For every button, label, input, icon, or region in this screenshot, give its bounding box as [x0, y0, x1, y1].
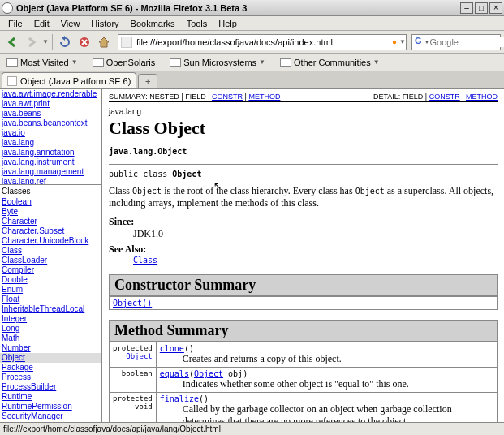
page-favicon	[121, 37, 132, 48]
seealso-link[interactable]: Class	[133, 256, 498, 265]
class-list-frame[interactable]: ClassesBooleanByteCharacterCharacter.Sub…	[0, 185, 101, 422]
since-label: Since:	[109, 216, 498, 228]
package-link[interactable]: java.lang.annotation	[0, 148, 101, 157]
nav-toolbar: ▼ ● ▼ G ▼ 🔍	[0, 31, 504, 54]
detail-method-link[interactable]: METHOD	[466, 93, 498, 101]
tab-strip: Object (Java Platform SE 6) +	[0, 71, 504, 89]
chevron-down-icon: ▼	[373, 58, 380, 66]
class-link[interactable]: Short	[0, 421, 101, 422]
method-modifier: protected Object	[110, 342, 157, 368]
class-description: Class Object is the root of the class hi…	[109, 185, 498, 209]
class-link[interactable]: Class	[0, 246, 101, 256]
method-link[interactable]: equals	[160, 369, 189, 378]
class-link[interactable]: SecurityManager	[0, 411, 101, 421]
package-list-frame[interactable]: java.awt.image.renderablejava.awt.printj…	[0, 89, 101, 185]
maximize-button[interactable]: □	[475, 2, 488, 14]
package-link[interactable]: java.lang	[0, 138, 101, 148]
class-detail-frame[interactable]: SUMMARY: NESTED | FIELD | CONSTR | METHO…	[102, 89, 504, 422]
search-engine-icon[interactable]: G	[415, 36, 422, 49]
constructor-summary-title: Constructor Summary	[109, 274, 498, 296]
forward-button[interactable]	[23, 33, 41, 51]
back-button[interactable]	[3, 33, 21, 51]
class-link[interactable]: InheritableThreadLocal	[0, 304, 101, 314]
summary-constr-link[interactable]: CONSTR	[212, 93, 243, 101]
summary-method-link[interactable]: METHOD	[248, 93, 280, 101]
search-engine-dropdown-icon[interactable]: ▼	[424, 39, 430, 45]
since-value: JDK1.0	[133, 228, 498, 240]
seealso-label: See Also:	[109, 243, 498, 256]
menu-tools[interactable]: Tools	[182, 18, 213, 29]
package-link[interactable]: java.lang.instrument	[0, 157, 101, 167]
class-link[interactable]: ProcessBuilder	[0, 382, 101, 392]
window-title: Object (Java Platform SE 6) - Mozilla Fi…	[16, 3, 247, 13]
bookmark-other[interactable]: Other Communities▼	[277, 57, 383, 68]
class-link[interactable]: Package	[0, 363, 101, 373]
package-link[interactable]: java.awt.print	[0, 99, 101, 109]
package-link[interactable]: java.beans	[0, 109, 101, 118]
class-link[interactable]: Number	[0, 343, 101, 353]
method-summary-title: Method Summary	[109, 320, 498, 342]
search-box[interactable]: G ▼ 🔍	[411, 34, 501, 50]
method-summary-table: protected Objectclone()Creates and retur…	[109, 342, 498, 422]
class-link[interactable]: Object	[0, 353, 101, 363]
bookmark-opensolaris[interactable]: OpenSolaris	[89, 57, 159, 68]
package-link[interactable]: java.beans.beancontext	[0, 118, 101, 128]
package-link[interactable]: java.lang.ref	[0, 177, 101, 185]
table-row: protected Objectclone()Creates and retur…	[110, 342, 498, 368]
class-link[interactable]: Character.Subset	[0, 226, 101, 236]
home-button[interactable]	[95, 33, 113, 51]
method-link[interactable]: finalize	[160, 394, 199, 403]
history-dropdown-icon[interactable]: ▼	[42, 38, 49, 45]
url-bar[interactable]: ● ▼	[118, 34, 407, 50]
bookmark-most-visited[interactable]: Most Visited▼	[3, 57, 81, 68]
table-row: booleanequals(Object obj)Indicates wheth…	[110, 368, 498, 393]
bookmark-sun[interactable]: Sun Microsystems▼	[166, 57, 269, 68]
package-link[interactable]: java.io	[0, 128, 101, 138]
url-input[interactable]	[135, 37, 390, 47]
class-link[interactable]: Character	[0, 217, 101, 226]
menu-file[interactable]: File	[3, 18, 28, 29]
menu-edit[interactable]: Edit	[29, 18, 54, 29]
constructor-summary-table: Object()	[109, 296, 498, 310]
new-tab-button[interactable]: +	[138, 74, 157, 88]
class-link[interactable]: Boolean	[0, 197, 101, 207]
menubar: File Edit View History Bookmarks Tools H…	[0, 16, 504, 31]
class-link[interactable]: Math	[0, 334, 101, 343]
menu-history[interactable]: History	[86, 18, 123, 29]
detail-constr-link[interactable]: CONSTR	[429, 93, 460, 101]
class-link[interactable]: Long	[0, 324, 101, 334]
package-link[interactable]: java.lang.management	[0, 167, 101, 177]
class-link[interactable]: Runtime	[0, 392, 101, 402]
class-link[interactable]: Character.UnicodeBlock	[0, 236, 101, 246]
menu-bookmarks[interactable]: Bookmarks	[126, 18, 180, 29]
class-link[interactable]: Byte	[0, 207, 101, 217]
classes-header: Classes	[0, 185, 101, 197]
class-link[interactable]: Process	[0, 373, 101, 382]
reload-button[interactable]	[56, 33, 74, 51]
class-link[interactable]: ClassLoader	[0, 256, 101, 265]
method-signature: (Object obj)	[189, 369, 248, 378]
close-button[interactable]: ×	[489, 2, 502, 14]
class-link[interactable]: Double	[0, 275, 101, 285]
status-text: file:///export/home/classofjava/docs/api…	[3, 424, 221, 433]
class-link[interactable]: Compiler	[0, 265, 101, 275]
url-dropdown-icon[interactable]: ▼	[399, 38, 406, 45]
tab-object[interactable]: Object (Java Platform SE 6)	[2, 72, 136, 88]
class-title: Class Object	[109, 118, 498, 139]
feed-icon[interactable]: ●	[392, 37, 397, 46]
qualified-name: java.lang.Object	[109, 147, 498, 156]
class-link[interactable]: Enum	[0, 285, 101, 295]
stop-button[interactable]	[75, 33, 93, 51]
method-link[interactable]: clone	[160, 344, 184, 353]
bookmarks-toolbar: Most Visited▼ OpenSolaris Sun Microsyste…	[0, 54, 504, 71]
menu-help[interactable]: Help	[213, 18, 242, 29]
package-link[interactable]: java.awt.image.renderable	[0, 89, 101, 99]
page-icon	[280, 58, 291, 67]
constructor-link[interactable]: Object()	[113, 299, 152, 308]
menu-view[interactable]: View	[56, 18, 85, 29]
class-link[interactable]: RuntimePermission	[0, 402, 101, 411]
search-input[interactable]	[430, 37, 505, 47]
minimize-button[interactable]: –	[460, 2, 473, 14]
class-link[interactable]: Integer	[0, 314, 101, 324]
class-link[interactable]: Float	[0, 295, 101, 304]
